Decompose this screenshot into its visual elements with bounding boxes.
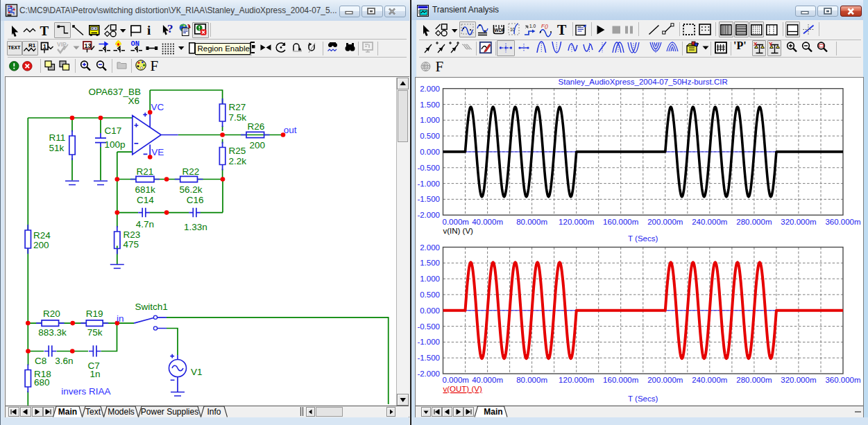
svg-text:681k: 681k <box>135 184 156 195</box>
svg-text:-2.000: -2.000 <box>417 211 440 219</box>
svg-text:R20: R20 <box>43 309 60 319</box>
svg-text:C17: C17 <box>105 125 122 136</box>
svg-text:Models: Models <box>108 406 135 416</box>
svg-text:R23: R23 <box>123 229 140 240</box>
svg-text:240.000m: 240.000m <box>692 376 727 384</box>
svg-text:Main: Main <box>58 406 77 416</box>
svg-text:80.000m: 80.000m <box>516 218 547 226</box>
svg-text:280.000m: 280.000m <box>736 218 772 226</box>
svg-text:-1.500: -1.500 <box>417 354 440 362</box>
svg-text:-0.500: -0.500 <box>417 322 440 331</box>
svg-text:-1.500: -1.500 <box>417 195 440 203</box>
svg-text:160.000m: 160.000m <box>603 218 638 226</box>
svg-text:in: in <box>117 313 124 324</box>
svg-text:T (Secs): T (Secs) <box>628 234 658 243</box>
svg-text:0.500: 0.500 <box>420 290 440 299</box>
svg-text:R11: R11 <box>49 132 66 143</box>
svg-text:T (Secs): T (Secs) <box>628 394 658 403</box>
svg-text:invers RIAA: invers RIAA <box>61 386 110 397</box>
svg-text:883.3k: 883.3k <box>38 327 67 338</box>
svg-text:VC: VC <box>151 102 164 112</box>
svg-text:WDF: WDF <box>495 28 505 33</box>
svg-text:0.000m: 0.000m <box>443 218 469 226</box>
svg-text:VE: VE <box>151 147 164 157</box>
svg-text:200.000m: 200.000m <box>647 218 683 226</box>
svg-text:Stanley_AudioXpress_2004-07_50: Stanley_AudioXpress_2004-07_50Hz-burst.C… <box>559 78 728 86</box>
svg-text:7.5k: 7.5k <box>229 112 247 123</box>
svg-text:280.000m: 280.000m <box>736 376 772 384</box>
svg-text:240.000m: 240.000m <box>692 218 727 226</box>
svg-text:Info: Info <box>207 406 221 416</box>
svg-text:680: 680 <box>34 377 50 388</box>
svg-text:X: X <box>754 41 758 47</box>
svg-text:1.0: 1.0 <box>529 24 536 28</box>
svg-text:1.500: 1.500 <box>420 101 440 109</box>
svg-text:R22: R22 <box>182 166 200 177</box>
svg-text:Text: Text <box>85 406 101 416</box>
svg-text:2.2k: 2.2k <box>229 156 247 166</box>
svg-text:4.7n: 4.7n <box>136 219 154 229</box>
svg-text:R25: R25 <box>229 146 246 156</box>
svg-text:-1.000: -1.000 <box>417 180 440 188</box>
svg-text:80.000m: 80.000m <box>516 376 547 384</box>
svg-text:1: 1 <box>43 42 47 50</box>
svg-text:v(OUT) (V): v(OUT) (V) <box>443 385 482 393</box>
svg-text:40.000m: 40.000m <box>472 218 503 226</box>
svg-text:1.000: 1.000 <box>420 275 440 283</box>
svg-text:0.000: 0.000 <box>420 306 440 315</box>
svg-text:40.000m: 40.000m <box>472 376 503 384</box>
svg-text:1n: 1n <box>90 369 100 379</box>
svg-text:120.000m: 120.000m <box>559 376 594 384</box>
svg-text:0.500: 0.500 <box>420 132 440 140</box>
svg-text:R26: R26 <box>248 121 265 132</box>
svg-text:75k: 75k <box>87 327 103 338</box>
svg-text:C14: C14 <box>137 195 154 205</box>
svg-text:-0.500: -0.500 <box>417 164 440 172</box>
svg-text:360.000m: 360.000m <box>825 218 860 226</box>
svg-text:X6: X6 <box>128 96 140 106</box>
svg-text:R27: R27 <box>229 102 246 112</box>
svg-text:160.000m: 160.000m <box>603 376 638 384</box>
svg-text:Main: Main <box>484 406 502 416</box>
svg-text:ON: ON <box>131 40 140 48</box>
svg-text:100p: 100p <box>105 139 126 150</box>
svg-text:C8: C8 <box>35 356 46 366</box>
svg-text:3.6n: 3.6n <box>55 356 73 366</box>
svg-text:51k: 51k <box>49 143 65 153</box>
svg-text:F(): F() <box>541 23 549 29</box>
svg-text:2.000: 2.000 <box>420 243 440 252</box>
svg-text:-2.000: -2.000 <box>417 370 440 378</box>
svg-text:Power Supplies: Power Supplies <box>141 406 198 416</box>
svg-text:0.000m: 0.000m <box>443 376 469 384</box>
svg-text:0.000: 0.000 <box>420 148 440 156</box>
svg-text:R19: R19 <box>86 309 103 319</box>
svg-text:200: 200 <box>250 140 266 150</box>
svg-text:200.000m: 200.000m <box>647 376 683 384</box>
svg-text:v(IN) (V): v(IN) (V) <box>443 227 474 235</box>
svg-text:-1.000: -1.000 <box>417 338 440 346</box>
svg-text:C16: C16 <box>187 195 204 205</box>
svg-text:1.33n: 1.33n <box>184 222 207 232</box>
svg-text:R24: R24 <box>33 230 51 241</box>
svg-text:13: 13 <box>84 42 91 49</box>
svg-text:R1: R1 <box>28 42 36 49</box>
svg-text:Switch1: Switch1 <box>135 302 168 312</box>
svg-text:200: 200 <box>33 240 49 250</box>
svg-text:360.000m: 360.000m <box>825 376 860 384</box>
svg-text:R21: R21 <box>137 166 154 177</box>
svg-text:V1: V1 <box>191 367 203 377</box>
svg-text:475: 475 <box>123 239 139 250</box>
svg-text:1.500: 1.500 <box>420 259 440 267</box>
svg-text:120.000m: 120.000m <box>559 218 594 226</box>
svg-text:1.000: 1.000 <box>420 116 440 124</box>
svg-text:out: out <box>284 125 297 135</box>
svg-text:Y: Y <box>769 41 773 47</box>
svg-text:320.000m: 320.000m <box>781 218 816 226</box>
svg-text:2.000: 2.000 <box>420 85 440 93</box>
svg-text:320.000m: 320.000m <box>781 376 816 384</box>
svg-text:56.2k: 56.2k <box>180 184 203 195</box>
